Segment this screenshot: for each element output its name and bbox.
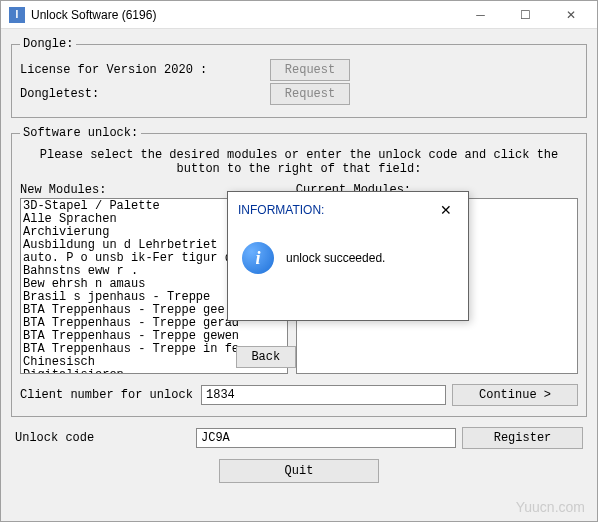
info-icon: i (242, 242, 274, 274)
dongletest-label: Dongletest: (20, 87, 270, 101)
app-icon: I (9, 7, 25, 23)
instruction-text: Please select the desired modules or ent… (20, 148, 578, 177)
main-window: I Unlock Software (6196) ─ ☐ ✕ Dongle: L… (0, 0, 598, 522)
window-controls: ─ ☐ ✕ (458, 1, 593, 29)
minimize-button[interactable]: ─ (458, 1, 503, 29)
software-legend: Software unlock: (20, 126, 141, 140)
back-button[interactable]: Back (236, 346, 296, 368)
close-button[interactable]: ✕ (548, 1, 593, 29)
client-number-input[interactable] (201, 385, 446, 405)
titlebar[interactable]: I Unlock Software (6196) ─ ☐ ✕ (1, 1, 597, 29)
license-label: License for Version 2020 : (20, 63, 270, 77)
list-item[interactable]: Digitalisieren (23, 369, 285, 374)
quit-button[interactable]: Quit (219, 459, 379, 483)
dialog-title: INFORMATION: (238, 203, 324, 217)
request-dongletest-button[interactable]: Request (270, 83, 350, 105)
unlock-code-label: Unlock code (15, 431, 190, 445)
list-item[interactable]: BTA Treppenhaus - Treppe gewen (23, 330, 285, 343)
dongle-legend: Dongle: (20, 37, 76, 51)
window-title: Unlock Software (6196) (31, 8, 458, 22)
maximize-button[interactable]: ☐ (503, 1, 548, 29)
dialog-message: unlock succeeded. (286, 251, 385, 265)
information-dialog: INFORMATION: ✕ i unlock succeeded. (227, 191, 469, 321)
watermark-text: Yuucn.com (516, 499, 585, 515)
continue-button[interactable]: Continue > (452, 384, 578, 406)
client-number-label: Client number for unlock (20, 388, 195, 402)
unlock-code-input[interactable] (196, 428, 456, 448)
dialog-close-button[interactable]: ✕ (434, 200, 458, 220)
register-button[interactable]: Register (462, 427, 583, 449)
request-license-button[interactable]: Request (270, 59, 350, 81)
dongle-group: Dongle: License for Version 2020 : Reque… (11, 37, 587, 118)
